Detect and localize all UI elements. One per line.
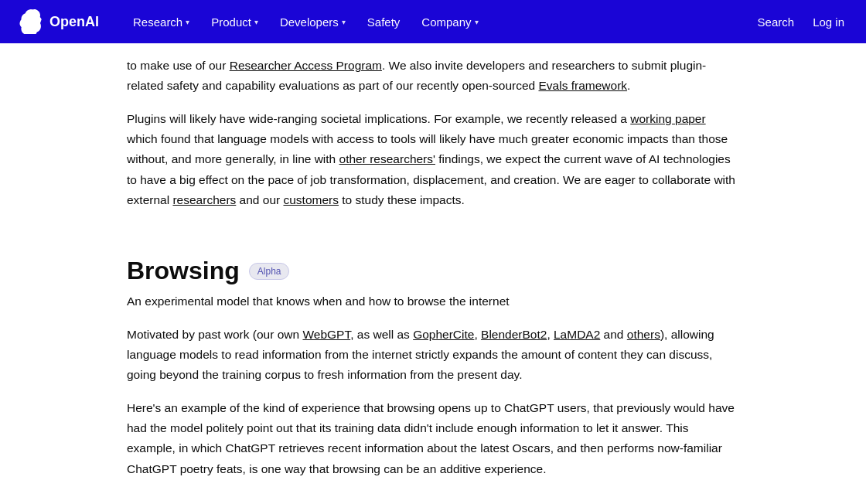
webgpt-link[interactable]: WebGPT [302,328,350,341]
alpha-badge: Alpha [249,263,290,280]
navbar-actions: Search Log in [755,9,847,35]
working-paper-link[interactable]: working paper [630,112,705,125]
nav-company[interactable]: Company ▾ [412,9,487,35]
chevron-down-icon: ▾ [475,18,479,26]
openai-logo[interactable]: OpenAI [19,9,99,34]
customers-link[interactable]: customers [283,193,339,206]
evals-framework-link[interactable]: Evals framework [538,79,627,92]
intro-section: to make use of our Researcher Access Pro… [127,43,739,210]
browsing-title: Browsing [127,257,240,285]
chevron-down-icon: ▾ [254,18,258,26]
search-button[interactable]: Search [755,9,798,35]
openai-logo-text: OpenAI [49,14,99,30]
gophercite-link[interactable]: GopherCite [413,328,474,341]
nav-safety[interactable]: Safety [358,9,410,35]
chevron-down-icon: ▾ [342,18,346,26]
intro-paragraph-2: Plugins will likely have wide-ranging so… [127,109,739,211]
nav-product[interactable]: Product ▾ [202,9,268,35]
main-content: to make use of our Researcher Access Pro… [108,43,758,504]
browsing-subtitle: An experimental model that knows when an… [127,291,739,312]
lamda2-link[interactable]: LaMDA2 [554,328,600,341]
nav-developers[interactable]: Developers ▾ [271,9,355,35]
others-link[interactable]: others [627,328,660,341]
navbar-links: Research ▾ Product ▾ Developers ▾ Safety… [124,9,755,35]
intro-paragraph-1: to make use of our Researcher Access Pro… [127,56,739,97]
browsing-header: Browsing Alpha [127,257,739,285]
browsing-paragraph-1: Motivated by past work (our own WebGPT, … [127,325,739,386]
login-button[interactable]: Log in [810,9,847,35]
other-researchers-link[interactable]: other researchers' [339,152,435,165]
blenderbot2-link[interactable]: BlenderBot2 [481,328,547,341]
browsing-paragraph-2: Here's an example of the kind of experie… [127,398,739,479]
researcher-access-program-link[interactable]: Researcher Access Program [230,59,382,72]
chevron-down-icon: ▾ [186,18,189,26]
openai-logo-icon [19,9,43,34]
browsing-section: Browsing Alpha An experimental model tha… [127,257,739,504]
nav-research[interactable]: Research ▾ [124,9,199,35]
navbar: OpenAI Research ▾ Product ▾ Developers ▾… [0,0,866,43]
researchers-link[interactable]: researchers [172,193,236,206]
